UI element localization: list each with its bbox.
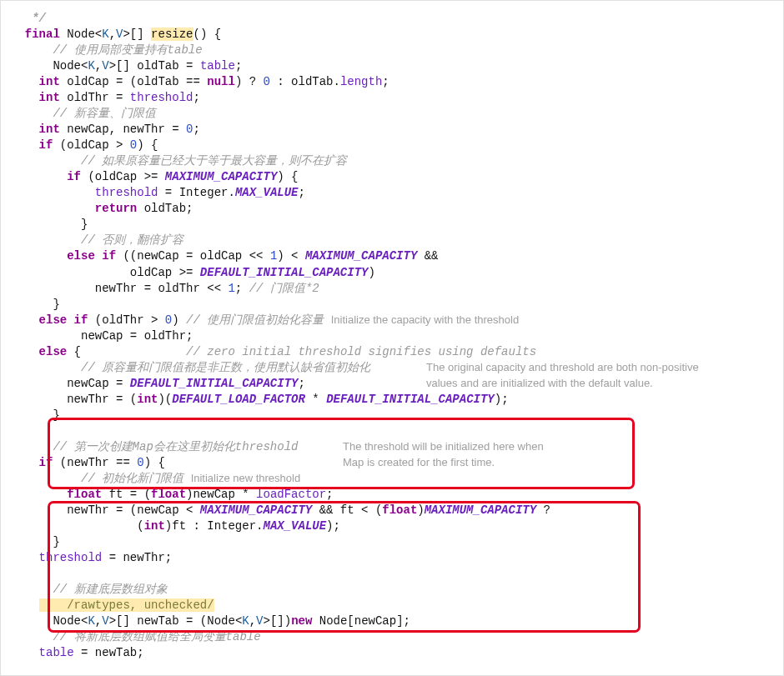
code-line: */ bbox=[11, 12, 46, 25]
code-block: */ final Node<K,V>[] resize() { // 使用局部变… bbox=[11, 11, 766, 661]
annotation-nonpositive-1: The original capacity and threshold are … bbox=[426, 360, 699, 375]
annotation-init-capacity: Initialize the capacity with the thresho… bbox=[331, 313, 519, 326]
annotation-threshold-1: The threshold will be initialized here w… bbox=[343, 439, 544, 454]
annotation-threshold-2: Map is created for the first time. bbox=[343, 455, 495, 470]
annotation-init-new-threshold: Initialize new threshold bbox=[191, 472, 301, 484]
method-name-resize: resize bbox=[151, 28, 193, 41]
code-screenshot: */ final Node<K,V>[] resize() { // 使用局部变… bbox=[0, 0, 784, 676]
annotation-nonpositive-2: values and are initialized with the defa… bbox=[426, 376, 653, 391]
